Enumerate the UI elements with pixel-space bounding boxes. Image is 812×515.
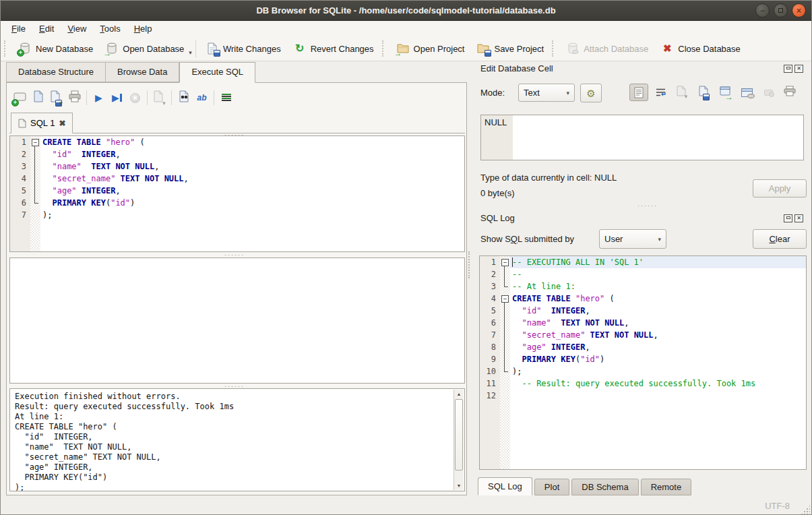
bottom-tab-bar: SQL Log Plot DB Schema Remote bbox=[478, 477, 691, 495]
close-database-label: Close Database bbox=[678, 44, 741, 54]
find-icon bbox=[179, 90, 189, 105]
mode-select[interactable]: Text ▾ bbox=[518, 84, 575, 102]
sql-log-title: SQL Log bbox=[480, 213, 515, 223]
save-results-button: ▾ bbox=[150, 89, 168, 107]
menu-help[interactable]: Help bbox=[127, 22, 159, 36]
sql-log-filter-select[interactable]: User ▾ bbox=[599, 229, 666, 249]
menu-tools[interactable]: Tools bbox=[93, 22, 127, 36]
sql-code-area[interactable]: CREATE TABLE "hero" ( "id" INTEGER, "nam… bbox=[40, 136, 464, 251]
new-sql-tab-button[interactable]: + bbox=[11, 89, 29, 107]
execution-log-pane[interactable]: Execution finished without errors. Resul… bbox=[9, 388, 465, 491]
text-mode-button[interactable] bbox=[629, 84, 648, 101]
sql-editor[interactable]: 1234567 CREATE TABLE "hero" ( "id" INTEG… bbox=[9, 135, 465, 252]
main-toolbar: + New Database → Open Database ▾ Write C… bbox=[1, 36, 811, 61]
toolbar-drag-handle[interactable] bbox=[4, 40, 7, 57]
execute-line-button[interactable]: ▶ bbox=[108, 89, 126, 107]
float-dock-icon[interactable] bbox=[784, 65, 792, 73]
write-changes-button[interactable]: Write Changes bbox=[199, 38, 287, 59]
fold-margin[interactable] bbox=[30, 136, 40, 251]
execute-all-button[interactable]: ▶ bbox=[90, 89, 108, 107]
close-dock-icon[interactable] bbox=[794, 214, 803, 222]
replace-button[interactable]: ab bbox=[193, 89, 211, 107]
open-in-external-button[interactable]: → bbox=[716, 84, 735, 101]
title-bar[interactable]: DB Browser for SQLite - /home/user/code/… bbox=[1, 1, 811, 21]
word-wrap-icon bbox=[655, 87, 666, 98]
save-project-label: Save Project bbox=[494, 44, 544, 54]
link-icon bbox=[741, 88, 753, 97]
open-database-dropdown-caret-icon[interactable]: ▾ bbox=[189, 49, 192, 56]
revert-changes-button[interactable]: ↻ Revert Changes bbox=[287, 38, 380, 59]
line-number-gutter: 123456789101112 bbox=[480, 256, 500, 469]
tab-browse-data[interactable]: Browse Data bbox=[106, 62, 179, 82]
dropdown-caret-icon: ▾ bbox=[658, 236, 661, 243]
close-database-icon: ✖ bbox=[660, 42, 674, 55]
float-dock-icon[interactable] bbox=[784, 214, 792, 222]
fold-margin[interactable] bbox=[500, 256, 510, 469]
tab-sql-log[interactable]: SQL Log bbox=[478, 477, 532, 495]
attach-database-label: Attach Database bbox=[584, 44, 648, 54]
vertical-scrollbar[interactable]: ▲ ▼ bbox=[454, 390, 464, 490]
save-project-button[interactable]: Save Project bbox=[470, 38, 550, 59]
format-sql-button[interactable] bbox=[217, 89, 235, 107]
execute-sql-panel: + ▾ ▶ ▶ ✖ bbox=[6, 82, 467, 495]
attach-database-button: Attach Database bbox=[560, 38, 654, 59]
splitter-handle[interactable]: ······ bbox=[627, 204, 668, 209]
window-title: DB Browser for SQLite - /home/user/code/… bbox=[256, 5, 555, 16]
sql-log-view[interactable]: 123456789101112 -- EXECUTING ALL IN 'SQL… bbox=[479, 255, 807, 470]
save-sql-file-button[interactable]: ▾ bbox=[47, 89, 65, 107]
tab-db-schema[interactable]: DB Schema bbox=[571, 479, 638, 495]
import-cell-data-button: ▾ bbox=[673, 84, 691, 101]
execution-log-text: Execution finished without errors. Resul… bbox=[10, 389, 464, 491]
tab-remote[interactable]: Remote bbox=[641, 479, 692, 495]
print-cell-button[interactable] bbox=[780, 84, 799, 101]
sql-log-code-area: -- EXECUTING ALL IN 'SQL 1'---- At line … bbox=[510, 256, 806, 469]
cell-size-info: 0 byte(s) bbox=[480, 188, 515, 198]
panel-splitter-handle[interactable] bbox=[468, 251, 471, 278]
results-pane[interactable] bbox=[9, 258, 465, 384]
open-database-button[interactable]: → Open Database bbox=[99, 38, 190, 59]
menu-file[interactable]: File bbox=[5, 22, 32, 36]
copy-link-button[interactable] bbox=[737, 84, 756, 101]
maximize-button[interactable] bbox=[774, 3, 788, 18]
auto-apply-button[interactable]: ⚙ bbox=[580, 84, 602, 102]
cell-value: NULL bbox=[485, 117, 507, 127]
arrow-badge-icon: → bbox=[103, 49, 111, 58]
encoding-indicator[interactable]: UTF-8 bbox=[765, 501, 790, 511]
disk-badge-icon bbox=[214, 50, 220, 57]
tab-plot[interactable]: Plot bbox=[534, 479, 569, 495]
set-null-button bbox=[759, 84, 778, 101]
scroll-up-icon[interactable]: ▲ bbox=[454, 390, 464, 398]
menu-view[interactable]: View bbox=[61, 22, 93, 36]
word-wrap-button[interactable] bbox=[651, 84, 670, 101]
open-database-label: Open Database bbox=[123, 44, 184, 54]
close-dock-icon[interactable] bbox=[794, 65, 803, 73]
toolbar-drag-handle[interactable] bbox=[552, 40, 555, 57]
line-number-gutter: 1234567 bbox=[10, 136, 30, 251]
toolbar-separator bbox=[214, 90, 214, 105]
toolbar-drag-handle[interactable] bbox=[382, 40, 385, 57]
replace-icon: ab bbox=[197, 93, 206, 102]
print-sql-button[interactable] bbox=[65, 89, 84, 107]
close-window-button[interactable]: × bbox=[792, 3, 806, 18]
cell-value-editor[interactable]: NULL bbox=[480, 115, 804, 160]
sql1-tab[interactable]: SQL 1 ✖ bbox=[11, 113, 73, 133]
close-tab-icon[interactable]: ✖ bbox=[59, 119, 65, 128]
tab-execute-sql[interactable]: Execute SQL bbox=[179, 62, 255, 83]
minimize-icon: − bbox=[760, 7, 765, 15]
close-database-button[interactable]: ✖ Close Database bbox=[654, 38, 747, 59]
menu-edit[interactable]: Edit bbox=[32, 22, 61, 36]
resize-grip[interactable] bbox=[801, 505, 810, 514]
minimize-button[interactable]: − bbox=[755, 3, 770, 18]
find-button[interactable] bbox=[175, 89, 193, 107]
open-sql-file-button[interactable] bbox=[29, 89, 47, 107]
tab-database-structure[interactable]: Database Structure bbox=[6, 62, 106, 82]
scrollbar-thumb[interactable] bbox=[455, 399, 463, 471]
open-project-button[interactable]: → Open Project bbox=[390, 38, 471, 59]
export-cell-data-button[interactable] bbox=[694, 84, 713, 101]
sql-toolbar: + ▾ ▶ ▶ ✖ bbox=[11, 88, 235, 108]
stop-execution-button: ✖ bbox=[126, 89, 144, 107]
new-database-button[interactable]: + New Database bbox=[12, 38, 99, 59]
scroll-down-icon[interactable]: ▼ bbox=[454, 481, 464, 490]
clear-log-button[interactable]: Clear bbox=[753, 229, 807, 249]
save-sql-dropdown-caret-icon[interactable]: ▾ bbox=[59, 100, 63, 107]
